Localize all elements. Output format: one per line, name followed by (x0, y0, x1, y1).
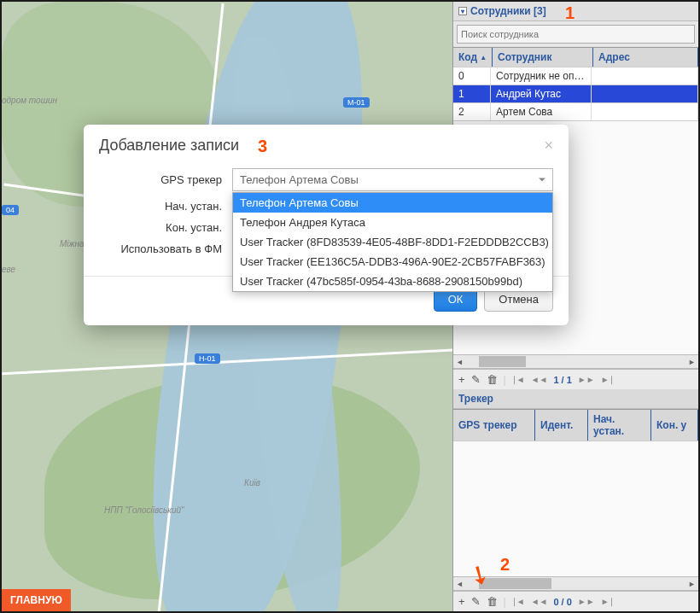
gps-label: GPS трекер (99, 173, 232, 186)
h-scrollbar[interactable]: ◄ ► (453, 354, 698, 369)
table-row[interactable]: 1 Андрей Кутас (453, 85, 698, 103)
col-address[interactable]: Адрес (593, 48, 698, 67)
usefm-label: Использовать в ФМ (99, 242, 232, 255)
scroll-left-icon[interactable]: ◄ (453, 358, 466, 366)
grid-header-row: Код▲ Сотрудник Адрес (453, 48, 698, 67)
dropdown-option[interactable]: Телефон Артема Совы (233, 193, 552, 213)
col-start[interactable]: Нач. устан. (588, 410, 651, 441)
tracker-title: Трекер (458, 393, 493, 405)
nav-prev-icon[interactable]: ◄◄ (531, 597, 548, 606)
nav-next-icon[interactable]: ►► (578, 597, 595, 606)
map-label: одром тошин (2, 96, 57, 105)
road-tag: M-01 (343, 97, 370, 108)
table-row[interactable]: 0 Сотрудник не определе (453, 67, 698, 85)
sort-asc-icon: ▲ (480, 54, 487, 61)
employees-title: Сотрудники [3] (470, 5, 546, 17)
employees-toolbar: + ✎ 🗑 | ∣◄ ◄◄ 1 / 1 ►► ►∣ (453, 369, 698, 389)
tracker-toolbar: + ✎ 🗑 | ∣◄ ◄◄ 0 / 0 ►► ►∣ (453, 591, 698, 611)
add-icon[interactable]: + (458, 595, 465, 608)
dropdown-option[interactable]: User Tracker (8FD83539-4E05-48BF-8DD1-F2… (233, 232, 552, 252)
dropdown-option[interactable]: Телефон Андрея Кутаса (233, 213, 552, 232)
annotation-1: 1 (565, 3, 575, 23)
employee-search-input[interactable] (457, 25, 695, 44)
map-label: Київ (244, 478, 260, 487)
home-button[interactable]: ГЛАВНУЮ (2, 589, 71, 611)
scroll-thumb[interactable] (479, 356, 526, 367)
dropdown-option[interactable]: User Tracker (EE136C5A-DDB3-496A-90E2-2C… (233, 252, 552, 271)
road-tag: H-01 (195, 353, 220, 364)
map-label: еве (2, 265, 15, 274)
col-ident[interactable]: Идент. (535, 410, 588, 441)
table-row[interactable]: 2 Артем Сова (453, 103, 698, 121)
gps-dropdown: Телефон Артема Совы Телефон Андрея Кутас… (232, 192, 553, 292)
tracker-empty-area (453, 441, 698, 576)
col-employee[interactable]: Сотрудник (493, 48, 593, 67)
annotation-3: 3 (258, 137, 267, 156)
col-gps[interactable]: GPS трекер (453, 410, 535, 441)
tracker-grid-header: GPS трекер Идент. Нач. устан. Кон. у (453, 410, 698, 441)
employees-grid: Код▲ Сотрудник Адрес 0 Сотрудник не опре… (453, 47, 698, 121)
pager-text: 0 / 0 (553, 597, 571, 607)
start-label: Нач. устан. (99, 200, 232, 213)
close-icon[interactable]: × (544, 137, 553, 155)
nav-last-icon[interactable]: ►∣ (601, 597, 614, 606)
nav-next-icon[interactable]: ►► (578, 375, 595, 384)
scroll-right-icon[interactable]: ► (685, 580, 698, 588)
add-icon[interactable]: + (458, 373, 465, 386)
col-end[interactable]: Кон. у (651, 410, 698, 441)
end-label: Кон. устан. (99, 221, 232, 234)
pager-text: 1 / 1 (553, 375, 571, 385)
annotation-2: 2 (500, 555, 510, 575)
road-tag: 04 (2, 205, 19, 215)
dialog-title: Добавление записи (99, 137, 239, 155)
delete-icon[interactable]: 🗑 (487, 373, 498, 386)
edit-icon[interactable]: ✎ (471, 373, 481, 386)
collapse-icon[interactable]: ▾ (458, 7, 467, 15)
edit-icon[interactable]: ✎ (471, 595, 481, 608)
col-kod[interactable]: Код▲ (453, 48, 493, 67)
nav-last-icon[interactable]: ►∣ (601, 375, 614, 384)
scroll-right-icon[interactable]: ► (685, 358, 698, 366)
map-label: НПП "Голосіївський" (104, 505, 184, 515)
add-record-dialog: Добавление записи × GPS трекер Телефон А… (84, 125, 569, 325)
tracker-header[interactable]: Трекер (453, 389, 698, 409)
gps-select[interactable]: Телефон Артема Совы (232, 168, 553, 191)
delete-icon[interactable]: 🗑 (487, 595, 498, 608)
dropdown-option[interactable]: User Tracker (47bc585f-0954-43ba-8688-29… (233, 271, 552, 291)
nav-first-icon[interactable]: ∣◄ (512, 375, 525, 384)
nav-first-icon[interactable]: ∣◄ (512, 597, 525, 606)
nav-prev-icon[interactable]: ◄◄ (531, 375, 548, 384)
employees-header[interactable]: ▾ Сотрудники [3] (453, 2, 698, 21)
